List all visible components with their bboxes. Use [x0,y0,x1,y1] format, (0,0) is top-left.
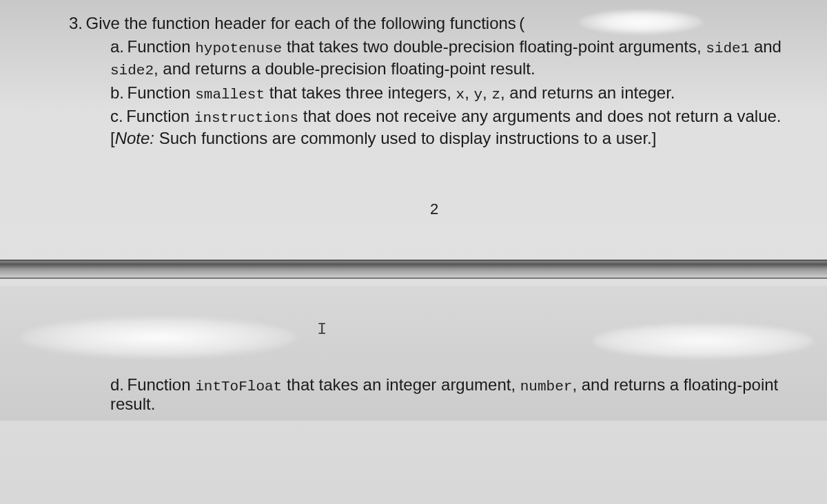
sub-item-b: b. Function smallest that takes three in… [110,82,799,104]
page-top-section: 3. Give the function header for each of … [0,0,827,225]
sub-text-a-1: hypotenuse [195,41,282,56]
sub-text-a-0: Function [127,37,195,56]
page-number: 2 [69,200,799,218]
sub-label-c: c. [110,107,123,125]
sub-label-d: d. [110,375,124,394]
sub-text-b-6: , [482,83,491,102]
text-cursor-icon: I [317,320,327,339]
sub-text-c-1: instructions [194,110,298,126]
sub-text-b-1: smallest [195,87,265,103]
question-intro: Give the function header for each of the… [85,14,515,32]
redaction-smudge-top [579,10,703,34]
sub-question-list: a. Function hypotenuse that takes two do… [110,36,799,149]
sub-item-c: c. Function instructions that does not r… [110,105,799,149]
sub-text-a-5: side2 [110,63,154,78]
sub-item-a: a. Function hypotenuse that takes two do… [110,36,799,81]
sub-text-a-2: that takes two double-precision floating… [282,37,706,56]
sub-label-b: b. [110,83,124,102]
page-break-divider [0,260,827,279]
sub-text-d-1: intToFloat [195,379,282,395]
sub-text-b-3: x [456,87,465,103]
sub-text-c-3: Note: [115,129,154,147]
sub-text-b-2: that takes three integers, [265,83,456,102]
page-bottom-section: I d. Function intToFloat that takes an i… [0,286,827,421]
sub-text-c-4: Such functions are commonly used to disp… [154,129,656,147]
sub-text-b-5: y [473,87,482,103]
sub-label-a: a. [110,37,124,56]
sub-item-d: d. Function intToFloat that takes an int… [110,375,799,414]
sub-text-a-4: and [749,37,782,56]
sub-text-a-6: , and returns a double-precision floatin… [154,59,535,78]
sub-text-b-8: , and returns an integer. [500,83,675,102]
page-container: 3. Give the function header for each of … [0,0,827,504]
sub-text-b-7: z [491,87,500,103]
sub-text-b-4: , [464,83,473,102]
sub-text-a-3: side1 [706,41,749,56]
sub-text-d-2: that takes an integer argument, [282,375,520,394]
sub-text-d-0: Function [127,375,195,394]
sub-text-b-0: Function [127,83,195,102]
paren-open: ( [519,14,524,32]
sub-text-d-3: number [520,379,573,395]
question-number: 3. [69,14,83,32]
redaction-smudge-left [21,317,296,358]
redaction-smudge-right [593,324,813,358]
sub-text-c-0: Function [126,107,194,125]
